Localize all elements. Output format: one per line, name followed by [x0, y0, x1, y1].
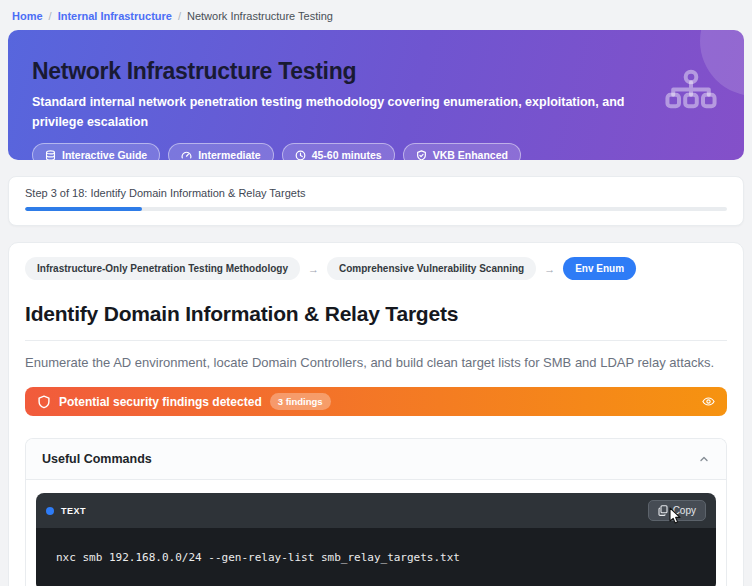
- code-body: nxc smb 192.168.0.0/24 --gen-relay-list …: [36, 528, 716, 586]
- badge-vkb-enhanced: VKB Enhanced: [403, 143, 521, 160]
- step-title: Identify Domain Information & Relay Targ…: [25, 302, 727, 341]
- breadcrumb: Home / Internal Infrastructure / Network…: [8, 0, 744, 30]
- useful-commands-header[interactable]: Useful Commands: [26, 439, 726, 480]
- breadcrumb-current: Network Infrastructure Testing: [187, 10, 333, 22]
- shield-icon: [37, 395, 51, 409]
- useful-commands-body: TEXT Copy nxc smb 192.168.0.0/24 --gen-r…: [26, 480, 726, 586]
- code-block-header: TEXT Copy: [36, 493, 716, 528]
- path-crumb-methodology[interactable]: Infrastructure-Only Penetration Testing …: [25, 257, 300, 280]
- database-icon: [45, 150, 56, 161]
- section-title: Useful Commands: [42, 452, 152, 466]
- breadcrumb-separator: /: [178, 10, 181, 22]
- clock-icon: [295, 150, 306, 161]
- path-arrow-icon: →: [308, 263, 319, 275]
- progress-label: Step 3 of 18: Identify Domain Informatio…: [25, 187, 727, 199]
- path-crumb-current[interactable]: Env Enum: [563, 257, 636, 280]
- useful-commands-section: Useful Commands TEXT Copy: [25, 438, 727, 586]
- badge-label: VKB Enhanced: [433, 149, 508, 160]
- language-dot-icon: [46, 507, 54, 515]
- gauge-icon: [181, 150, 192, 161]
- command-text: nxc smb 192.168.0.0/24 --gen-relay-list …: [56, 551, 696, 564]
- copy-button-label: Copy: [673, 505, 696, 516]
- clipboard-icon: [658, 505, 668, 516]
- breadcrumb-link-home[interactable]: Home: [12, 10, 43, 22]
- network-hierarchy-icon: [664, 69, 718, 121]
- badge-difficulty: Intermediate: [168, 143, 273, 160]
- alert-message: Potential security findings detected: [59, 395, 262, 409]
- progress-fill: [25, 207, 142, 211]
- chevron-up-icon[interactable]: [698, 453, 710, 465]
- copy-button[interactable]: Copy: [648, 500, 706, 521]
- hero-badges: Interactive Guide Intermediate 45-60 min…: [32, 143, 716, 160]
- breadcrumb-separator: /: [49, 10, 52, 22]
- step-content-card: Infrastructure-Only Penetration Testing …: [8, 242, 744, 586]
- hero-banner: Network Infrastructure Testing Standard …: [8, 30, 744, 160]
- path-arrow-icon: →: [544, 263, 555, 275]
- badge-interactive-guide: Interactive Guide: [32, 143, 160, 160]
- badge-label: 45-60 minutes: [312, 149, 382, 160]
- page-title: Network Infrastructure Testing: [32, 58, 716, 85]
- hero-subtitle: Standard internal network penetration te…: [32, 92, 632, 132]
- badge-label: Interactive Guide: [62, 149, 147, 160]
- code-language-label: TEXT: [61, 506, 86, 516]
- path-crumb-phase[interactable]: Comprehensive Vulnerability Scanning: [327, 257, 536, 280]
- shield-check-icon: [416, 150, 427, 161]
- progress-bar: [25, 207, 727, 211]
- findings-count-badge: 3 findings: [270, 393, 331, 410]
- methodology-path: Infrastructure-Only Penetration Testing …: [25, 257, 727, 280]
- findings-alert: Potential security findings detected 3 f…: [25, 387, 727, 416]
- badge-duration: 45-60 minutes: [282, 143, 395, 160]
- breadcrumb-link-internal-infrastructure[interactable]: Internal Infrastructure: [58, 10, 172, 22]
- badge-label: Intermediate: [198, 149, 260, 160]
- progress-card: Step 3 of 18: Identify Domain Informatio…: [8, 176, 744, 226]
- code-block: TEXT Copy nxc smb 192.168.0.0/24 --gen-r…: [36, 493, 716, 586]
- eye-icon[interactable]: [702, 395, 715, 408]
- step-description: Enumerate the AD environment, locate Dom…: [25, 355, 727, 370]
